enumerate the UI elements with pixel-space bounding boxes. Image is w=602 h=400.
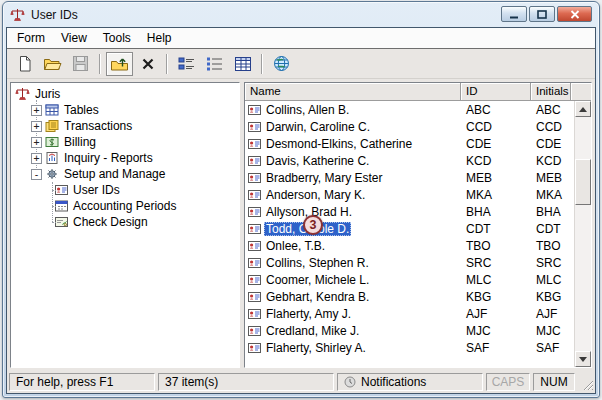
column-header-initials[interactable]: Initials [531,83,571,101]
tables-icon [45,104,59,116]
user-row[interactable]: Darwin, Caroline C.CCDCCD [245,118,574,135]
user-row[interactable]: Collins, Allen B.ABCABC [245,101,574,118]
small-icons-view-icon [178,56,196,72]
user-row[interactable]: Allyson, Brad H.BHABHA [245,203,574,220]
vertical-scrollbar[interactable] [574,101,591,367]
menu-form[interactable]: Form [9,28,53,48]
tree-item-setup-and-manage[interactable]: - Setup and Manage [11,166,239,182]
scroll-up-button[interactable] [575,101,591,117]
user-id: SRC [461,256,531,270]
user-row[interactable]: Davis, Katherine C.KCDKCD [245,152,574,169]
close-button[interactable] [557,6,592,22]
user-initials: KBG [531,290,571,304]
status-notifications[interactable]: Notifications [337,373,483,391]
tree-item-label: Transactions [62,119,134,133]
user-name: Desmond-Elkins, Catherine [264,137,414,151]
small-icons-view-button[interactable] [173,52,200,76]
main-area: Juris + Tables + Transactions + Billing [7,79,595,371]
collapse-icon[interactable]: - [31,169,42,180]
user-row[interactable]: Coomer, Michele L.MLCMLC [245,271,574,288]
user-id-icon [248,155,261,167]
new-button[interactable] [11,52,38,76]
open-button[interactable] [39,52,66,76]
user-name: Davis, Katherine C. [264,154,371,168]
menu-view[interactable]: View [53,28,95,48]
user-row[interactable]: Flaherty, Amy J.AJFAJF [245,305,574,322]
user-row[interactable]: Gebhart, Kendra B.KBGKBG [245,288,574,305]
tree-item-transactions[interactable]: + Transactions [11,118,239,134]
user-name: Flaherty, Shirley A. [264,341,368,355]
user-initials: CDE [531,137,571,151]
user-initials: MKA [531,188,571,202]
user-name: Collins, Stephen R. [264,256,371,270]
user-row[interactable]: Anderson, Mary K.MKAMKA [245,186,574,203]
toolbar [7,49,595,79]
status-help-text: For help, press F1 [9,373,155,391]
user-row[interactable]: Onlee, T.B.TBOTBO [245,237,574,254]
expand-icon[interactable]: + [31,121,42,132]
minimize-button[interactable] [501,6,527,22]
annotation-badge: 3 [303,215,323,235]
maximize-icon [537,10,547,19]
user-name: Onlee, T.B. [264,239,327,253]
web-button[interactable] [268,52,295,76]
user-id-icon [248,223,261,235]
up-one-level-button[interactable] [106,52,133,76]
details-view-button[interactable] [229,52,256,76]
save-button[interactable] [67,52,94,76]
tree-item-inquiry-reports[interactable]: + Inquiry - Reports [11,150,239,166]
tree-item-billing[interactable]: + Billing [11,134,239,150]
tree-item-accounting-periods[interactable]: Accounting Periods [11,198,239,214]
tree-item-user-ids[interactable]: User IDs [11,182,239,198]
menu-tools[interactable]: Tools [95,28,139,48]
user-id: CCD [461,120,531,134]
status-caps-indicator: CAPS [486,373,530,391]
user-id-icon [248,189,261,201]
user-name: Flaherty, Amy J. [264,307,353,321]
expand-icon[interactable]: + [31,137,42,148]
column-header-id[interactable]: ID [461,83,531,101]
user-row[interactable]: Bradberry, Mary EsterMEBMEB [245,169,574,186]
user-id: ABC [461,103,531,117]
user-id: MLC [461,273,531,287]
user-initials: CCD [531,120,571,134]
user-id-icon [248,308,261,320]
expand-icon[interactable]: + [31,105,42,116]
expand-icon[interactable]: + [31,153,42,164]
user-id-list: Name ID Initials Collins, Allen B.ABCABC… [244,82,592,368]
tree-item-label: Tables [62,103,101,117]
scroll-thumb[interactable] [575,159,591,205]
statusbar: For help, press F1 37 item(s) Notificati… [7,371,595,393]
tree-item-check-design[interactable]: Check Design [11,214,239,230]
user-name: Gebhart, Kendra B. [264,290,371,304]
tree-item-juris[interactable]: Juris [11,86,239,102]
tree-item-label: Inquiry - Reports [62,151,155,165]
list-view-button[interactable] [201,52,228,76]
user-id-icon [248,342,261,354]
user-id-icon [248,138,261,150]
user-id-icon [248,240,261,252]
arrow-up-icon [579,107,587,112]
tree-item-tables[interactable]: + Tables [11,102,239,118]
titlebar[interactable]: User IDs [3,2,599,27]
user-initials: MLC [531,273,571,287]
user-row[interactable]: Flaherty, Shirley A.SAFSAF [245,339,574,356]
user-id-icon [248,257,261,269]
tree-item-label: User IDs [71,183,122,197]
app-icon [10,8,25,22]
column-header-name[interactable]: Name [245,83,461,101]
user-row[interactable]: Collins, Stephen R.SRCSRC [245,254,574,271]
resize-grip[interactable] [578,373,594,391]
delete-button[interactable] [134,52,161,76]
user-name: Coomer, Michele L. [264,273,371,287]
user-row[interactable]: Desmond-Elkins, CatherineCDECDE [245,135,574,152]
inquiry-reports-icon [45,152,59,164]
accounting-periods-icon [55,200,68,212]
user-row-selected[interactable]: Todd, Carole D.CDTCDT [245,220,574,237]
user-row[interactable]: Credland, Mike J.MJCMJC [245,322,574,339]
maximize-button[interactable] [529,6,555,22]
scroll-down-button[interactable] [575,351,591,367]
billing-icon [45,136,59,148]
menu-help[interactable]: Help [139,28,180,48]
user-initials: SAF [531,341,571,355]
